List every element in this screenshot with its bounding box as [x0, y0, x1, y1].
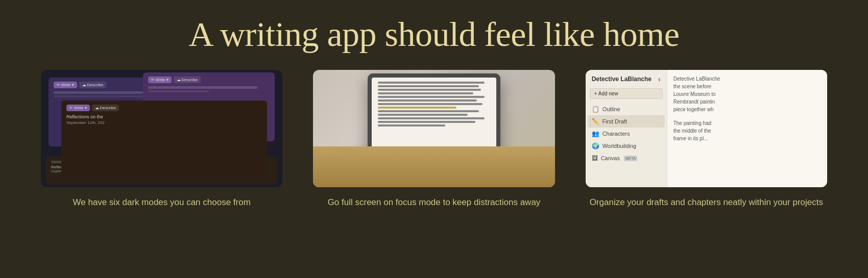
screen-line-highlight: [378, 107, 456, 109]
card-organize: Detective LaBlanche ‹ + Add new 📋 Outlin…: [586, 70, 827, 209]
describe-btn-2: ☁Describe: [174, 77, 201, 83]
laptop-preview: [313, 70, 554, 187]
dark-modes-image: ✏Write▾ ☁Describe ✏Write▾: [41, 70, 282, 187]
cards-container: ✏Write▾ ☁Describe ✏Write▾: [0, 70, 868, 209]
content-text-2: The painting had the middle of the frame…: [673, 119, 821, 142]
add-new-button[interactable]: + Add new: [590, 88, 663, 99]
screen-line: [378, 114, 468, 116]
firstdraft-label: First Draft: [602, 118, 627, 124]
characters-label: Characters: [602, 131, 630, 137]
screen-line: [378, 103, 483, 105]
screen-line: [378, 110, 479, 112]
laptop-image: [313, 70, 554, 187]
screen-line: [378, 121, 475, 123]
card3-caption: Organize your drafts and chapters neatly…: [590, 196, 823, 209]
screen-line: [378, 117, 485, 119]
screen-line: [378, 92, 473, 94]
worldbuilding-label: Worldbuilding: [602, 143, 636, 149]
content-paragraph-2: The painting had the middle of the frame…: [673, 119, 821, 142]
mode-panel-front: ✏Write▾ ☁Describe Reflections on the Sep…: [61, 100, 267, 177]
firstdraft-icon: ✏️: [592, 118, 599, 125]
wood-surface: [313, 146, 554, 187]
sidebar-item-firstdraft[interactable]: ✏️ First Draft: [588, 115, 665, 128]
content-line: [148, 86, 257, 89]
canvas-label: Canvas: [601, 155, 620, 161]
back-arrow-icon[interactable]: ‹: [658, 75, 661, 83]
screen-line: [378, 89, 481, 91]
card1-caption: We have six dark modes you can choose fr…: [73, 196, 250, 209]
sidebar-title: Detective LaBlanche: [592, 75, 652, 83]
panel-subtext: September 12th, 202: [66, 120, 262, 125]
screen-line: [378, 85, 479, 87]
content-line: [54, 95, 153, 97]
card2-caption: Go full screen on focus mode to keep dis…: [328, 196, 541, 209]
characters-icon: 👥: [592, 130, 599, 137]
canvas-icon: 🖼: [592, 155, 598, 162]
card-dark-modes: ✏Write▾ ☁Describe ✏Write▾: [41, 70, 282, 209]
write-btn-2: ✏Write▾: [148, 77, 172, 83]
describe-btn-front: ☁Describe: [92, 105, 119, 111]
beta-badge: BETA: [624, 156, 637, 161]
app-ui-image: Detective LaBlanche ‹ + Add new 📋 Outlin…: [586, 70, 827, 187]
app-sidebar: Detective LaBlanche ‹ + Add new 📋 Outlin…: [586, 70, 667, 187]
app-preview: Detective LaBlanche ‹ + Add new 📋 Outlin…: [586, 70, 827, 187]
outline-icon: 📋: [592, 106, 599, 113]
write-btn-front: ✏Write▾: [66, 105, 90, 111]
page-title: A writing app should feel like home: [189, 14, 680, 55]
content-text-1: Detective LaBlanche the scene before Lou…: [673, 75, 821, 113]
content-paragraph-1: Detective LaBlanche the scene before Lou…: [673, 75, 821, 113]
sidebar-item-canvas[interactable]: 🖼 Canvas BETA: [586, 152, 667, 164]
content-line: [148, 90, 209, 92]
screen-line: [378, 124, 445, 127]
dark-modes-preview: ✏Write▾ ☁Describe ✏Write▾: [41, 70, 282, 187]
write-btn-1: ✏Write▾: [54, 82, 77, 88]
describe-btn-1: ☁Describe: [79, 82, 107, 88]
screen-line: [378, 82, 485, 84]
sidebar-item-characters[interactable]: 👥 Characters: [586, 128, 667, 140]
sidebar-header: Detective LaBlanche ‹: [586, 70, 667, 86]
screen-line: [378, 96, 485, 98]
worldbuilding-icon: 🌍: [592, 142, 599, 149]
app-content: Detective LaBlanche the scene before Lou…: [667, 70, 827, 187]
sidebar-item-outline[interactable]: 📋 Outline: [586, 103, 667, 115]
outline-label: Outline: [602, 106, 620, 112]
screen-line: [378, 99, 477, 102]
sidebar-item-worldbuilding[interactable]: 🌍 Worldbuilding: [586, 140, 667, 152]
panel-text: Reflections on the: [66, 114, 262, 119]
card-focus-mode: Go full screen on focus mode to keep dis…: [313, 70, 554, 209]
